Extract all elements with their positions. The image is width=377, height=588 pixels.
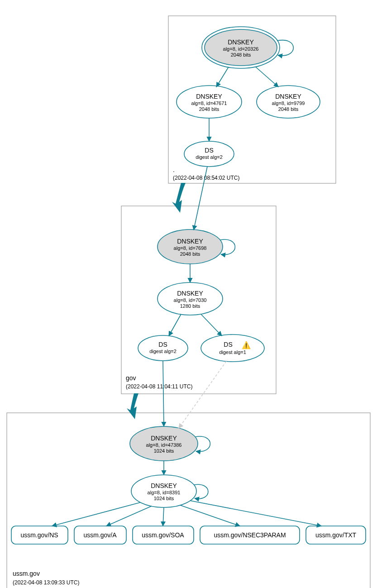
svg-point-7 — [138, 335, 188, 361]
ussm-ksk-title: DNSKEY — [151, 435, 177, 442]
edge-govds2-ussmksk — [179, 361, 226, 428]
gov-zsk-title: DNSKEY — [177, 290, 203, 297]
delegation-arrow-root-gov — [172, 183, 186, 213]
rr-txt-label: ussm.gov/TXT — [315, 531, 357, 539]
zone-ussm-timestamp: (2022-04-08 13:09:33 UTC) — [13, 579, 79, 586]
zone-gov-timestamp: (2022-04-08 11:04:11 UTC) — [126, 383, 192, 390]
root-ksk-sub1: alg=8, id=20326 — [223, 46, 259, 52]
node-gov-ds2: DS ⚠️ digest alg=1 — [201, 335, 264, 362]
rr-ns-label: ussm.gov/NS — [20, 531, 58, 539]
rr-a-label: ussm.gov/A — [83, 531, 117, 539]
ussm-zsk-sub2: 1024 bits — [154, 496, 174, 501]
zone-root-label: . — [173, 166, 175, 173]
root-ksk-title: DNSKEY — [228, 38, 254, 46]
ussm-zsk-title: DNSKEY — [151, 482, 177, 489]
gov-zsk-sub1: alg=8, id=7030 — [174, 297, 207, 303]
node-root-zsk1: DNSKEY alg=8, id=47671 2048 bits — [177, 86, 242, 118]
node-gov-zsk: DNSKEY alg=8, id=7030 1280 bits — [157, 282, 223, 315]
edge-rootksk-zsk2 — [256, 67, 278, 87]
delegation-arrow-gov-ussm — [127, 393, 138, 419]
gov-ksk-title: DNSKEY — [177, 238, 203, 245]
gov-zsk-sub2: 1280 bits — [180, 303, 200, 309]
node-rr-nsec3: ussm.gov/NSEC3PARAM — [200, 526, 300, 544]
root-zsk2-title: DNSKEY — [275, 93, 301, 100]
edge-zsk-a — [106, 506, 152, 526]
zone-gov-label: gov — [126, 374, 136, 382]
edge-govzsk-ds1 — [169, 314, 181, 336]
edge-govds1-ussmksk — [163, 361, 164, 426]
ussm-ksk-sub2: 1024 bits — [154, 448, 174, 454]
gov-ds1-sub1: digest alg=2 — [149, 349, 177, 354]
gov-ds1-title: DS — [158, 341, 167, 348]
node-root-ds: DS digest alg=2 — [184, 141, 234, 167]
edge-rootksk-zsk1 — [216, 67, 229, 87]
ussm-ksk-sub1: alg=8, id=47386 — [146, 442, 182, 448]
gov-ksk-sub1: alg=8, id=7698 — [174, 245, 207, 251]
edge-zsk-ns — [52, 502, 140, 526]
svg-point-8 — [201, 335, 264, 362]
root-zsk1-sub2: 2048 bits — [199, 106, 220, 112]
node-root-ksk: DNSKEY alg=8, id=20326 2048 bits — [202, 27, 280, 68]
node-ussm-zsk: DNSKEY alg=8, id=8391 1024 bits — [131, 475, 196, 507]
dnssec-graph: . (2022-04-08 08:54:02 UTC) DNSKEY alg=8… — [0, 0, 377, 588]
gov-ds2-sub1: digest alg=1 — [219, 349, 246, 355]
node-rr-txt: ussm.gov/TXT — [306, 526, 366, 544]
node-ussm-ksk: DNSKEY alg=8, id=47386 1024 bits — [130, 426, 198, 461]
zone-ussm-label: ussm.gov — [13, 570, 40, 577]
node-rr-a: ussm.gov/A — [74, 526, 126, 544]
node-gov-ds1: DS digest alg=2 — [138, 335, 188, 361]
gov-ds2-title: DS — [224, 341, 232, 348]
ussm-zsk-sub1: alg=8, id=8391 — [148, 490, 181, 495]
edge-govzsk-ds2 — [201, 314, 222, 336]
root-ds-title: DS — [205, 147, 213, 154]
edge-zsk-txt — [190, 501, 321, 526]
rr-soa-label: ussm.gov/SOA — [142, 531, 184, 539]
node-rr-ns: ussm.gov/NS — [11, 526, 68, 544]
rr-nsec3-label: ussm.gov/NSEC3PARAM — [214, 531, 286, 539]
node-root-zsk2: DNSKEY alg=8, id=9799 2048 bits — [257, 86, 320, 118]
svg-point-4 — [184, 141, 234, 167]
warning-icon: ⚠️ — [242, 341, 251, 349]
root-zsk1-title: DNSKEY — [196, 93, 222, 100]
root-ksk-sub2: 2048 bits — [231, 52, 251, 57]
zone-root-timestamp: (2022-04-08 08:54:02 UTC) — [173, 175, 239, 181]
node-rr-soa: ussm.gov/SOA — [133, 526, 194, 544]
gov-ksk-sub2: 2048 bits — [180, 251, 200, 257]
node-gov-ksk: DNSKEY alg=8, id=7698 2048 bits — [157, 229, 223, 264]
root-ds-sub1: digest alg=2 — [196, 154, 223, 160]
root-zsk1-sub1: alg=8, id=47671 — [191, 100, 227, 106]
edge-zsk-soa — [163, 507, 164, 526]
root-zsk2-sub2: 2048 bits — [278, 106, 299, 112]
root-zsk2-sub1: alg=8, id=9799 — [272, 100, 305, 106]
